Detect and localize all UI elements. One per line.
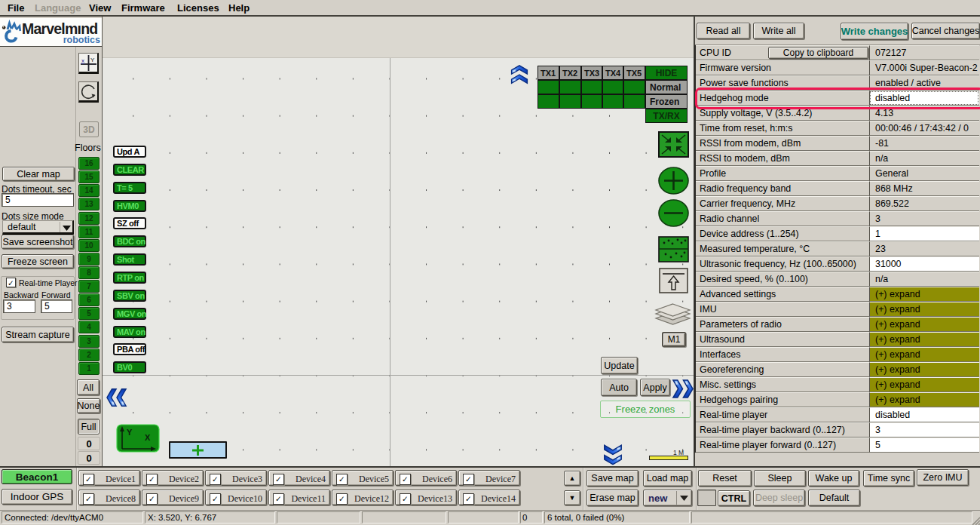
svg-text:X: X xyxy=(145,433,151,442)
svg-text:Y: Y xyxy=(127,428,133,437)
svg-text:x: x xyxy=(81,57,84,64)
svg-text:Y: Y xyxy=(90,57,95,63)
